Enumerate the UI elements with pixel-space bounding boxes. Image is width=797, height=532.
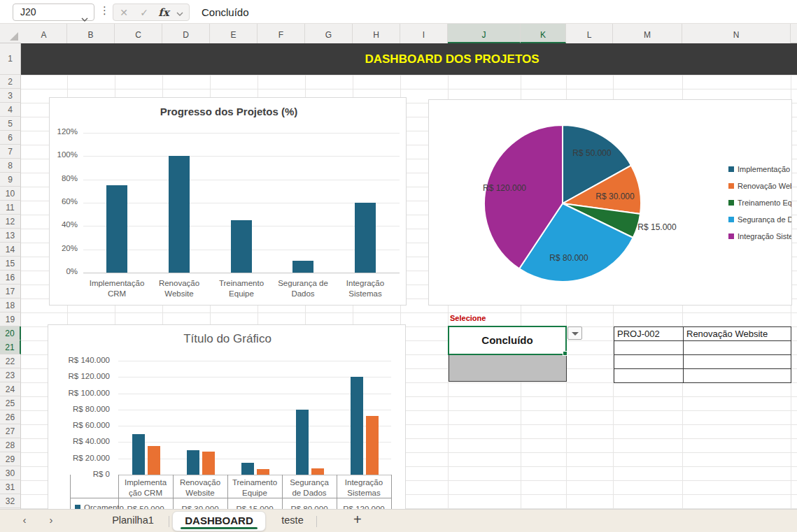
column-header-e[interactable]: E	[210, 24, 258, 43]
sheet-tab-dashboard[interactable]: DASHBOARD	[172, 511, 266, 531]
row-header-3[interactable]: 3	[0, 89, 21, 103]
row-header-27[interactable]: 27	[0, 424, 21, 438]
bar-Implementação CRM[interactable]	[106, 185, 127, 273]
select-all-corner[interactable]	[10, 32, 18, 41]
bar-series2-Treinamento Equipe[interactable]	[257, 469, 269, 475]
more-options-icon[interactable]: ⋮	[99, 4, 110, 17]
row-header-16[interactable]: 16	[0, 271, 21, 285]
row-header-21[interactable]: 21	[0, 340, 21, 354]
lookup-cell-r2c1[interactable]	[614, 341, 684, 355]
column-header-f[interactable]: F	[258, 24, 305, 43]
column-header-g[interactable]: G	[305, 24, 353, 43]
bar-series2-Integração Sistemas[interactable]	[366, 416, 379, 475]
lookup-cell-r4c2[interactable]	[684, 369, 791, 383]
row-header-2[interactable]: 2	[0, 75, 21, 89]
budget-bar-chart[interactable]: Título do Gráfico R$ 0R$ 20.000R$ 40.000…	[48, 324, 406, 523]
gray-cell-block[interactable]	[449, 355, 567, 382]
lookup-cell-r3c1[interactable]	[614, 355, 684, 369]
column-header-b[interactable]: B	[67, 24, 115, 43]
status-dropdown-cell[interactable]: Concluído	[448, 326, 567, 355]
row-header-14[interactable]: 14	[0, 243, 21, 257]
row-header-17[interactable]: 17	[0, 285, 21, 299]
bar-orcamento-Integração Sistemas[interactable]	[351, 377, 363, 475]
legend-swatch	[728, 183, 734, 189]
lookup-cell-r4c1[interactable]	[614, 369, 684, 383]
row-header-24[interactable]: 24	[0, 382, 21, 396]
column-header-a[interactable]: A	[21, 24, 67, 43]
bar-series2-Renovação Website[interactable]	[202, 452, 215, 475]
legend-item[interactable]: Segurança de Dados	[728, 215, 792, 224]
column-header-d[interactable]: D	[162, 24, 210, 43]
column-header-l[interactable]: L	[566, 24, 613, 43]
row-header-26[interactable]: 26	[0, 410, 21, 424]
chevron-down-icon[interactable]	[81, 10, 88, 27]
row-header-10[interactable]: 10	[0, 187, 21, 201]
legend-item[interactable]: Renovação Website	[728, 182, 792, 190]
category-label: ImplementaçãoCRM	[82, 278, 152, 299]
row-header-23[interactable]: 23	[0, 368, 21, 382]
row-header-19[interactable]: 19	[0, 312, 21, 326]
category-label: RenovaçãoWebsite	[144, 278, 214, 299]
column-header-h[interactable]: H	[353, 24, 400, 43]
legend-item[interactable]: Integração Sistemas	[728, 232, 792, 240]
lookup-cell-r2c2[interactable]	[684, 341, 791, 355]
row-header-20[interactable]: 20	[0, 326, 21, 340]
row-header-25[interactable]: 25	[0, 396, 21, 410]
row-header-6[interactable]: 6	[0, 131, 21, 145]
column-header-j[interactable]: J	[448, 24, 521, 43]
column-header-k[interactable]: K	[521, 24, 566, 43]
row-header-28[interactable]: 28	[0, 438, 21, 452]
column-header-n[interactable]: N	[682, 24, 791, 43]
insert-function-icon[interactable]: fx	[154, 6, 174, 19]
lookup-cell-r1c1[interactable]: PROJ-002	[614, 327, 684, 341]
row-header-29[interactable]: 29	[0, 452, 21, 466]
bar-Segurança de Dados[interactable]	[292, 261, 313, 273]
row-header-22[interactable]: 22	[0, 354, 21, 368]
row-header-7[interactable]: 7	[0, 145, 21, 159]
bar-Treinamento Equipe[interactable]	[231, 220, 252, 273]
chevron-down-icon[interactable]	[174, 6, 186, 19]
bar-orcamento-Segurança de Dados[interactable]	[296, 410, 309, 475]
row-header-30[interactable]: 30	[0, 466, 21, 480]
progress-bar-chart[interactable]: Progresso dos Projetos (%) 0%20%40%60%80…	[49, 97, 407, 305]
row-header-15[interactable]: 15	[0, 257, 21, 271]
row-header-11[interactable]: 11	[0, 201, 21, 215]
column-header-i[interactable]: I	[400, 24, 448, 43]
row-header-32[interactable]: 32	[0, 494, 21, 508]
cell-name-box[interactable]: J20	[13, 3, 94, 21]
row-header-31[interactable]: 31	[0, 480, 21, 494]
sheet-nav-forward-icon[interactable]: ›	[43, 514, 59, 526]
legend-item[interactable]: Treinamento Equipe	[728, 199, 792, 207]
bar-Integração Sistemas[interactable]	[355, 203, 376, 273]
row-header-5[interactable]: 5	[0, 117, 21, 131]
row-header-13[interactable]: 13	[0, 229, 21, 243]
bar-series2-Segurança de Dados[interactable]	[311, 468, 324, 475]
sheet-tab-teste[interactable]: teste	[271, 515, 313, 526]
row-header-12[interactable]: 12	[0, 215, 21, 229]
category-label: IntegraçãoSistemas	[330, 278, 400, 299]
dropdown-button[interactable]	[567, 326, 582, 340]
sheet-nav-back-icon[interactable]: ‹	[17, 514, 32, 526]
bar-orcamento-Renovação Website[interactable]	[187, 450, 199, 475]
row-header-4[interactable]: 4	[0, 103, 21, 117]
lookup-cell-r1c2[interactable]: Renovação Website	[684, 327, 791, 341]
row-header-1[interactable]: 1	[0, 43, 21, 75]
budget-pie-chart[interactable]: R$ 50.000R$ 30.000R$ 15.000R$ 80.000R$ 1…	[428, 99, 792, 305]
formula-input[interactable]: Concluído	[196, 3, 792, 21]
row-header-18[interactable]: 18	[0, 299, 21, 312]
fill-handle[interactable]	[563, 351, 567, 356]
confirm-icon[interactable]: ✓	[134, 7, 154, 18]
row-header-8[interactable]: 8	[0, 159, 21, 173]
bar-orcamento-Treinamento Equipe[interactable]	[241, 463, 254, 475]
add-sheet-button[interactable]: +	[353, 512, 362, 528]
sheet-tab-planilha1[interactable]: Planilha1	[98, 515, 168, 526]
bar-Renovação Website[interactable]	[169, 156, 190, 273]
lookup-cell-r3c2[interactable]	[684, 355, 791, 369]
column-header-m[interactable]: M	[613, 24, 682, 43]
cancel-icon[interactable]: ✕	[113, 7, 134, 18]
bar-series2-Implementação CRM[interactable]	[148, 446, 160, 475]
row-header-9[interactable]: 9	[0, 173, 21, 187]
column-header-c[interactable]: C	[115, 24, 162, 43]
legend-item[interactable]: Implementação CRM	[728, 165, 792, 173]
bar-orcamento-Implementação CRM[interactable]	[132, 434, 145, 475]
